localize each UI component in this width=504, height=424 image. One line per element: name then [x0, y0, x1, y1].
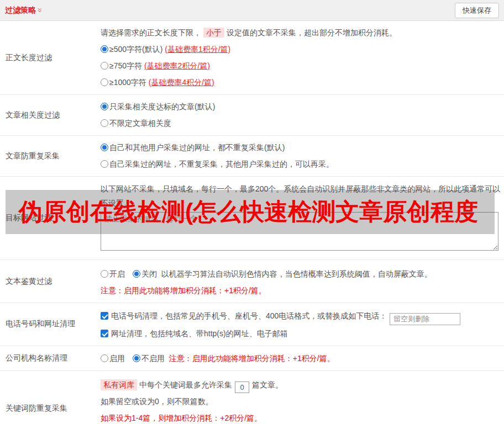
radio-dedupe-self-label: 自己采集过的网址，不重复采集，其他用户采集过的，可以再采。: [109, 160, 334, 168]
keyword-limit-mid: 中每个关键词最多允许采集: [139, 380, 232, 389]
row-label-phone-url: 电话号码和网址清理: [0, 303, 101, 346]
radio-company-off-label: 不启用: [141, 354, 165, 363]
radio-option-dedupe-all: 自己和其他用户采集过的网址，都不重复采集(默认): [101, 139, 498, 156]
radio-750-label: ≥750字符: [109, 61, 142, 70]
section-title-filter-strategy[interactable]: 过滤策略 »: [5, 6, 43, 15]
radio-relevance-any-label: 不限定文章相关度: [109, 119, 171, 128]
radio-relevance-strict-icon[interactable]: [101, 103, 108, 110]
phone-cleanup-option: 电话号码清理，包括常见的手机号、座机号、400电话格式，或替换成如下电话：: [101, 308, 498, 325]
quick-save-button[interactable]: 快速保存: [455, 3, 499, 18]
overlay-watermark-text: 伪原创在线检测(怎么快速检测文章原创程度: [6, 196, 478, 228]
radio-dedupe-all-label: 自己和其他用户采集过的网址，都不重复采集(默认): [109, 143, 285, 152]
row-company-cleanup: 公司机构名称清理 启用不启用 注意：启用此功能将增加积分消耗：+1积分/篇。: [0, 346, 504, 371]
radio-option-dedupe-self: 自己采集过的网址，不重复采集，其他用户采集过的，可以再采。: [101, 156, 498, 172]
keyword-note-1-4: 如果设为1-4篇，则增加积分消耗：+2积分/篇。: [101, 410, 498, 424]
company-cleanup-note: 注意：启用此功能将增加积分消耗：+1积分/篇。: [169, 354, 335, 363]
row-label-dedupe: 文章防重复采集: [0, 136, 101, 176]
radio-500-fee: (基础费率1积分/篇): [165, 45, 230, 54]
row-phone-url-cleanup: 电话号码和网址清理 电话号码清理，包括常见的手机号、座机号、400电话格式，或替…: [0, 303, 504, 346]
replacement-phone-input[interactable]: [390, 313, 460, 325]
keyword-note-zero: 如果留空或设为0，则不限篇数。: [101, 393, 498, 410]
row-relevance-filter: 文章相关度过滤 只采集相关度达标的文章(默认) 不限定文章相关度: [0, 95, 504, 136]
radio-500-label: ≥500字符(默认): [109, 45, 162, 54]
porn-filter-note: 注意：启用此功能将增加积分消耗：+1积分/篇。: [101, 282, 498, 299]
radio-company-on-icon[interactable]: [101, 354, 108, 362]
overlay-banner: 伪原创在线检测(怎么快速检测文章原创程度: [6, 190, 495, 234]
row-keyword-dedupe: 关键词防重复采集 私有词库中每个关键词最多允许采集篇文章。 如果留空或设为0，则…: [0, 371, 504, 424]
radio-company-off-icon[interactable]: [133, 354, 140, 362]
radio-option-500: ≥500字符(默认) (基础费率1积分/篇): [101, 41, 498, 57]
checkbox-phone-cleanup-label: 电话号码清理，包括常见的手机号、座机号、400电话格式，或替换成如下电话：: [111, 311, 387, 320]
intro-highlight-less-than: 小于: [203, 28, 224, 38]
keyword-limit-end: 篇文章。: [252, 380, 283, 389]
row-label-text-length: 正文长度过滤: [0, 21, 101, 94]
radio-porn-off-label: 关闭: [141, 269, 157, 278]
radio-relevance-strict-label: 只采集相关度达标的文章(默认): [109, 102, 215, 111]
radio-750-fee: (基础费率2积分/篇): [144, 61, 210, 70]
row-porn-filter: 文本鉴黄过滤 开启关闭 以机器学习算法自动识别色情内容，当色情概率达到系统阈值，…: [0, 260, 504, 303]
radio-option-relevance-strict: 只采集相关度达标的文章(默认): [101, 98, 498, 115]
checkbox-url-cleanup-label: 网址清理，包括纯域名、带http(s)的网址、电子邮箱: [111, 329, 288, 338]
chevron-down-icon: »: [36, 8, 45, 12]
intro-after: 设定值的文章不采集，超出部分不增加积分消耗。: [227, 28, 397, 37]
radio-dedupe-self-icon[interactable]: [101, 160, 108, 168]
radio-1000-fee: (基础费率4积分/篇): [149, 78, 214, 87]
url-cleanup-option: 网址清理，包括纯域名、带http(s)的网址、电子邮箱: [101, 325, 498, 342]
private-lexicon-badge: 私有词库: [101, 379, 137, 390]
row-label-keyword: 关键词防重复采集: [0, 371, 101, 424]
row-label-relevance: 文章相关度过滤: [0, 95, 101, 135]
topbar: 过滤策略 » 快速保存: [0, 0, 504, 21]
radio-company-on-label: 启用: [109, 354, 125, 363]
radio-porn-on-icon[interactable]: [101, 270, 108, 278]
row-label-company: 公司机构名称清理: [0, 346, 101, 370]
row-text-length-filter: 正文长度过滤 请选择需求的正文长度下限，小于设定值的文章不采集，超出部分不增加积…: [0, 21, 504, 95]
radio-option-750: ≥750字符 (基础费率2积分/篇): [101, 57, 498, 74]
company-cleanup-options: 启用不启用 注意：启用此功能将增加积分消耗：+1积分/篇。: [101, 350, 498, 367]
radio-750-icon[interactable]: [101, 62, 108, 70]
radio-dedupe-all-icon[interactable]: [101, 144, 108, 151]
radio-porn-off-icon[interactable]: [133, 270, 140, 278]
text-length-intro: 请选择需求的正文长度下限，小于设定值的文章不采集，超出部分不增加积分消耗。: [101, 24, 498, 41]
radio-option-relevance-any: 不限定文章相关度: [101, 115, 498, 131]
checkbox-url-cleanup-icon[interactable]: [101, 330, 108, 337]
checkbox-phone-cleanup-icon[interactable]: [101, 312, 108, 320]
row-dedupe-collection: 文章防重复采集 自己和其他用户采集过的网址，都不重复采集(默认) 自己采集过的网…: [0, 136, 504, 177]
radio-500-icon[interactable]: [101, 45, 108, 53]
section-title-label: 过滤策略: [5, 6, 36, 15]
radio-1000-icon[interactable]: [101, 78, 108, 86]
radio-relevance-any-icon[interactable]: [101, 119, 108, 127]
radio-1000-label: ≥1000字符: [109, 78, 146, 87]
intro-before: 请选择需求的正文长度下限，: [101, 28, 201, 37]
porn-filter-options: 开启关闭 以机器学习算法自动识别色情内容，当色情概率达到系统阈值，自动屏蔽文章。: [101, 266, 498, 282]
keyword-limit-line: 私有词库中每个关键词最多允许采集篇文章。: [101, 377, 498, 393]
radio-option-1000: ≥1000字符 (基础费率4积分/篇): [101, 74, 498, 91]
porn-filter-description: 以机器学习算法自动识别色情内容，当色情概率达到系统阈值，自动屏蔽文章。: [161, 269, 432, 278]
row-label-porn-filter: 文本鉴黄过滤: [0, 260, 101, 303]
radio-porn-on-label: 开启: [109, 269, 125, 278]
keyword-count-input[interactable]: [235, 381, 249, 393]
